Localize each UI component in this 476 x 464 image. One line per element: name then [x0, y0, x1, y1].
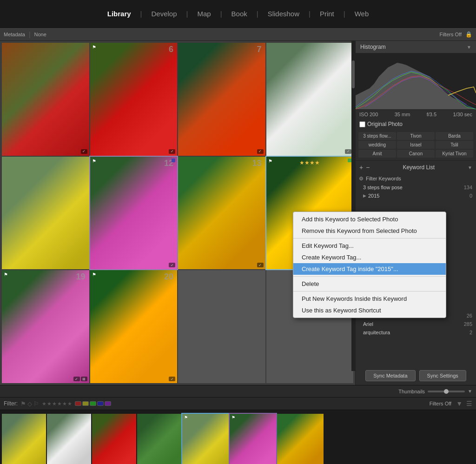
filters-off-label: Filters Off	[440, 32, 462, 37]
keyword-item-0[interactable]: 3 steps flow pose 134	[356, 183, 476, 192]
nav-library[interactable]: Library	[103, 8, 136, 20]
meta-item-4[interactable]: Israel	[397, 141, 435, 149]
sort-value[interactable]: None	[34, 32, 46, 37]
thumbnail-slider-knob[interactable]	[444, 389, 449, 394]
histogram-arrow[interactable]: ▼	[467, 45, 471, 50]
meta-item-3[interactable]: wedding	[358, 141, 396, 149]
meta-item-6[interactable]: Amit	[358, 150, 396, 158]
nav-print[interactable]: Print	[315, 8, 339, 20]
scrollbar-thumb[interactable]	[352, 60, 355, 88]
thumbnail-slider-track[interactable]	[428, 391, 465, 392]
right-scrollbar[interactable]	[351, 41, 355, 371]
ctx-create-keyword[interactable]: Create Keyword Tag...	[293, 252, 446, 263]
keyword-count-1: 0	[469, 193, 472, 199]
badge-check-3: ✓	[257, 149, 264, 154]
filters-off-bottom[interactable]: Filters Off	[430, 401, 451, 406]
nav-map[interactable]: Map	[192, 8, 215, 20]
photo-cell-9[interactable]: 19 ⚑ ✓ ⊞	[2, 270, 89, 383]
photo-cell-2[interactable]: 6 ⚑ ✓	[90, 43, 178, 156]
film-thumb-4[interactable]: ✓	[137, 414, 181, 464]
histogram-header: Histogram ▼	[356, 41, 476, 53]
badge-check-10: ✓	[169, 377, 175, 381]
badge-check-9: ✓	[73, 377, 80, 381]
cell-10-flag: ⚑	[92, 272, 96, 277]
ctx-sep-3	[293, 291, 446, 292]
film-thumb-5[interactable]: ⚑ ✓ ⊞ ✂	[182, 414, 229, 464]
film-thumb-3[interactable]: ✓	[92, 414, 136, 464]
star-5[interactable]: ★	[67, 401, 72, 407]
photo-cell-10[interactable]: 20 ⚑ ✓	[90, 270, 178, 383]
keyword-count-ariel: 285	[464, 321, 472, 327]
original-photo-checkbox[interactable]	[359, 121, 365, 127]
filters-dropdown-btn[interactable]: ▼	[456, 400, 463, 407]
star-2[interactable]: ★	[52, 401, 57, 407]
cell-3-number: 7	[257, 45, 261, 54]
ctx-use-shortcut[interactable]: Use this as Keyword Shortcut	[293, 305, 446, 316]
keyword-item-arq[interactable]: arquitectura 2	[356, 328, 476, 337]
slider-expand-arrow[interactable]: ▼	[468, 389, 472, 394]
keyword-add-btn[interactable]: +	[359, 164, 363, 171]
filmstrip: ✓ ✓ ✓ ✓ ⚑ ✓ ⊞ ✂ ⚑ ✓	[0, 410, 476, 464]
film-thumb-6[interactable]: ⚑ ✓	[230, 414, 276, 464]
filter-keywords-label[interactable]: Filter Keywords	[366, 176, 401, 181]
meta-item-0[interactable]: 3 steps flow...	[358, 132, 396, 140]
photo-cell-5[interactable]	[2, 157, 89, 270]
color-blue-filter[interactable]	[97, 401, 104, 406]
color-yellow-filter[interactable]	[82, 401, 89, 406]
star-4[interactable]: ★	[62, 401, 67, 407]
nav-web[interactable]: Web	[350, 8, 374, 20]
ctx-remove-keyword[interactable]: Remove this Keyword from Selected Photo	[293, 225, 446, 237]
meta-item-8[interactable]: Kyriat Tivon	[436, 150, 473, 158]
sync-metadata-btn[interactable]: Sync Metadata	[365, 370, 415, 381]
star-3[interactable]: ★	[57, 401, 62, 407]
nav-book[interactable]: Book	[227, 8, 252, 20]
filter-dot	[359, 177, 363, 180]
keyword-item-ariel[interactable]: Ariel 285	[356, 320, 476, 328]
star-1[interactable]: ★	[47, 401, 52, 407]
color-purple-filter[interactable]	[105, 401, 111, 406]
photo-cell-1[interactable]: ✓	[2, 43, 89, 156]
meta-item-1[interactable]: Tivon	[397, 132, 435, 140]
ctx-delete[interactable]: Delete	[293, 278, 446, 290]
sync-settings-btn[interactable]: Sync Settings	[419, 370, 466, 381]
color-filter-row	[75, 401, 111, 406]
cell-10-number: 20	[164, 272, 173, 282]
cell-10-badge: ✓	[169, 377, 175, 381]
film-thumb-7[interactable]: ✓	[277, 414, 324, 464]
sync-buttons-row: Sync Metadata Sync Settings	[356, 366, 476, 385]
keyword-remove-btn[interactable]: −	[366, 164, 370, 171]
ctx-sep-2	[293, 276, 446, 277]
nav-sep-5: |	[309, 10, 311, 18]
nav-develop[interactable]: Develop	[147, 8, 182, 20]
meta-item-5[interactable]: Tslil	[436, 141, 473, 149]
meta-item-7[interactable]: Canon	[397, 150, 435, 158]
color-red-filter[interactable]	[75, 401, 81, 406]
keyword-item-1[interactable]: ▶ 2015 0	[356, 192, 476, 200]
keyword-count-arq: 2	[469, 330, 472, 335]
film-thumb-1[interactable]: ✓	[2, 414, 46, 464]
nav-slideshow[interactable]: Slideshow	[263, 8, 304, 20]
ctx-edit-keyword[interactable]: Edit Keyword Tag...	[293, 240, 446, 252]
filters-lock-btn[interactable]: ☰	[466, 400, 472, 407]
original-photo-check[interactable]: Original Photo	[356, 119, 476, 129]
photo-cell-3[interactable]: 7 ✓	[178, 43, 265, 156]
film-6-flag: ⚑	[231, 415, 235, 420]
keyword-count-0: 134	[464, 185, 472, 190]
metadata-sort-label[interactable]: Metadata	[4, 32, 25, 37]
ctx-add-keyword[interactable]: Add this Keyword to Selected Photo	[293, 213, 446, 225]
color-green-filter[interactable]	[90, 401, 96, 406]
ctx-put-new[interactable]: Put New Keywords Inside this Keyword	[293, 293, 446, 305]
photo-cell-7[interactable]: 13 ✓	[178, 157, 265, 270]
photo-cell-6[interactable]: 12 ⚑ ✓	[90, 157, 178, 270]
cell-2-flag: ⚑	[92, 45, 96, 50]
film-thumb-2[interactable]: ✓	[47, 414, 91, 464]
flag-icon-1[interactable]: ⚑	[20, 400, 26, 407]
badge-check-6: ✓	[169, 263, 175, 267]
keyword-list-arrow[interactable]: ▼	[468, 165, 472, 170]
flag-icon-2[interactable]: ◇	[27, 400, 32, 407]
photo-cell-4[interactable]: ✓	[266, 43, 354, 156]
cell-8-stars: ★★★★	[299, 159, 320, 166]
meta-item-2[interactable]: Barda	[436, 132, 473, 140]
flag-icon-3[interactable]: ⚐	[33, 400, 39, 407]
ctx-create-keyword-inside[interactable]: Create Keyword Tag inside "2015"...	[293, 263, 446, 275]
